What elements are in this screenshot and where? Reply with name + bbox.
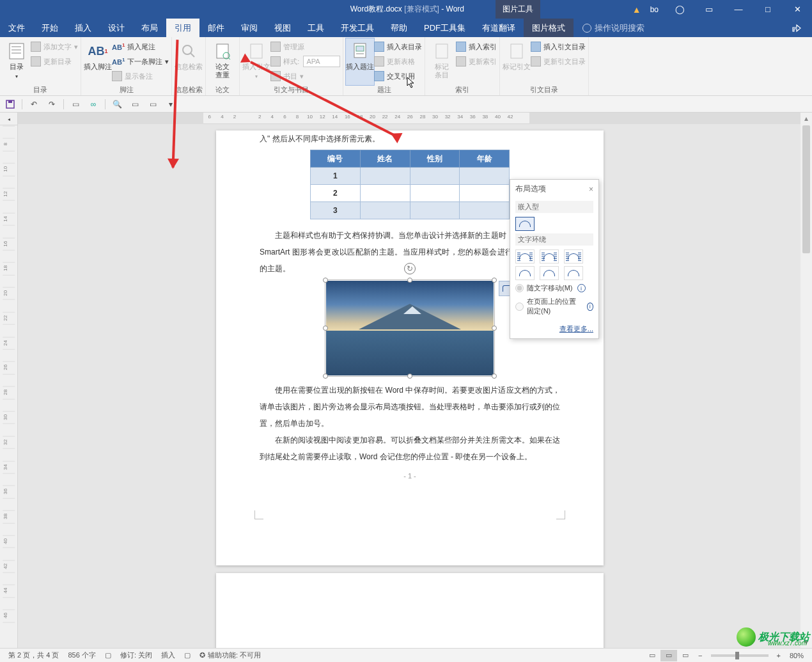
- wrap-topbottom-icon[interactable]: [515, 266, 535, 280]
- show-notes-icon: [112, 71, 122, 81]
- mark-entry-icon: [432, 41, 452, 61]
- fix-position-radio[interactable]: 在页面上的位置固定(N)i: [515, 295, 593, 318]
- section-wrap: 文字环绕: [515, 233, 593, 246]
- zoom-in-icon[interactable]: +: [772, 652, 785, 659]
- qat-icon-1[interactable]: ▭: [69, 99, 82, 110]
- insert-footnote-button[interactable]: AB1 插入脚注: [84, 38, 112, 85]
- resize-handle[interactable]: [407, 278, 412, 283]
- minimize-icon[interactable]: —: [725, 0, 752, 19]
- scroll-up-icon[interactable]: ▴: [800, 113, 812, 124]
- status-record-icon[interactable]: ▢: [180, 651, 195, 659]
- tab-layout[interactable]: 布局: [133, 19, 166, 37]
- rotate-handle[interactable]: [404, 263, 416, 274]
- insert-table-of-figures-button[interactable]: 插入表目录: [374, 40, 422, 53]
- close-icon[interactable]: ✕: [784, 0, 811, 19]
- resize-handle[interactable]: [492, 374, 497, 379]
- tab-picture-format[interactable]: 图片格式: [524, 19, 574, 37]
- insert-endnote-button[interactable]: AB1插入尾注: [112, 40, 169, 53]
- zoom-slider[interactable]: [711, 654, 769, 657]
- maximize-icon[interactable]: □: [754, 0, 781, 19]
- svg-rect-6: [217, 44, 228, 58]
- info-icon[interactable]: i: [587, 303, 593, 311]
- resize-handle[interactable]: [492, 278, 497, 283]
- qat-icon-2[interactable]: ∞: [87, 99, 100, 110]
- wrap-front-icon[interactable]: [564, 266, 583, 280]
- wrap-square-icon[interactable]: [515, 249, 535, 264]
- qat-icon-4[interactable]: ▭: [146, 99, 159, 110]
- selected-image[interactable]: [326, 281, 494, 375]
- popover-close-icon[interactable]: ×: [589, 185, 593, 194]
- tab-mailings[interactable]: 邮件: [199, 19, 233, 37]
- tab-view[interactable]: 视图: [266, 19, 299, 37]
- status-page[interactable]: 第 2 页，共 4 页: [4, 650, 63, 660]
- see-more-link[interactable]: 查看更多...: [510, 321, 598, 338]
- tab-home[interactable]: 开始: [33, 19, 66, 37]
- document-area[interactable]: 6422468101214161820222426283032343638404…: [18, 113, 812, 648]
- insert-caption-button[interactable]: 插入题注: [346, 38, 374, 85]
- next-footnote-button[interactable]: AB1下一条脚注 ▾: [112, 55, 169, 68]
- status-words[interactable]: 856 个字: [63, 650, 100, 660]
- research-button: 信息检索: [175, 38, 203, 85]
- tab-help[interactable]: 帮助: [382, 19, 416, 37]
- insert-authorities-button[interactable]: 插入引文目录: [531, 40, 586, 53]
- resize-handle[interactable]: [492, 326, 497, 331]
- status-a11y[interactable]: ✪ 辅助功能: 不可用: [195, 650, 265, 660]
- undo-icon[interactable]: ↶: [27, 99, 40, 110]
- status-lang-icon[interactable]: ▢: [100, 651, 116, 659]
- paper-check-button[interactable]: 论文 查重: [208, 38, 237, 85]
- resize-handle[interactable]: [323, 326, 328, 331]
- th-2: 性别: [410, 150, 460, 168]
- user-name[interactable]: bo: [645, 5, 664, 14]
- save-icon[interactable]: [4, 99, 17, 110]
- zoom-out-icon[interactable]: −: [694, 652, 707, 659]
- tab-youdao[interactable]: 有道翻译: [474, 19, 524, 37]
- status-track[interactable]: 修订: 关闭: [116, 650, 157, 660]
- print-preview-icon[interactable]: 🔍: [111, 99, 123, 110]
- redo-icon[interactable]: ↷: [45, 99, 58, 110]
- vertical-ruler[interactable]: ◂ 81012141618202224262830323436384042444…: [0, 113, 18, 648]
- update-table-button: 更新表格: [374, 55, 422, 68]
- wrap-tight-icon[interactable]: [540, 249, 559, 264]
- vertical-scrollbar[interactable]: ▴ ▾: [800, 113, 812, 648]
- ribbon-display-icon[interactable]: ▭: [696, 0, 722, 19]
- svg-rect-13: [436, 44, 448, 58]
- doc-text-intro: 入" 然后从不同库中选择所需元素。: [260, 130, 560, 147]
- info-icon[interactable]: i: [577, 284, 586, 292]
- status-mode[interactable]: 插入: [157, 650, 180, 660]
- insert-index-button[interactable]: 插入索引: [456, 40, 497, 53]
- view-print-icon[interactable]: ▭: [660, 650, 677, 661]
- tell-me-search[interactable]: 操作说明搜索: [574, 19, 644, 37]
- group-citation: 引文与书目: [242, 85, 340, 95]
- add-text-icon: [31, 42, 41, 52]
- tab-references[interactable]: 引用: [166, 19, 199, 37]
- wrap-inline-icon[interactable]: [515, 217, 535, 231]
- tab-pdf[interactable]: PDF工具集: [416, 19, 474, 37]
- resize-handle[interactable]: [323, 374, 328, 379]
- scrollbar-thumb[interactable]: [802, 125, 810, 253]
- tab-file[interactable]: 文件: [0, 19, 33, 37]
- resize-handle[interactable]: [407, 374, 412, 379]
- qat-icon-3[interactable]: ▭: [129, 99, 141, 110]
- view-read-icon[interactable]: ▭: [644, 650, 660, 661]
- tab-review[interactable]: 审阅: [233, 19, 266, 37]
- view-web-icon[interactable]: ▭: [677, 650, 694, 661]
- tab-insert[interactable]: 插入: [66, 19, 100, 37]
- toc-button[interactable]: 目录▾: [3, 38, 31, 85]
- add-text-button[interactable]: 添加文字 ▾: [31, 40, 78, 53]
- resize-handle[interactable]: [323, 278, 328, 283]
- share-button[interactable]: [792, 19, 812, 37]
- zoom-level[interactable]: 80%: [785, 652, 808, 659]
- horizontal-ruler[interactable]: 6422468101214161820222426283032343638404…: [18, 113, 812, 124]
- wrap-through-icon[interactable]: [564, 249, 583, 264]
- tab-tools[interactable]: 工具: [299, 19, 332, 37]
- tab-developer[interactable]: 开发工具: [332, 19, 382, 37]
- user-avatar-icon[interactable]: ◯: [666, 0, 693, 19]
- warning-icon: ▲: [632, 4, 643, 15]
- move-with-text-radio[interactable]: 随文字移动(M)i: [515, 281, 593, 295]
- statusbar: 第 2 页，共 4 页 856 个字 ▢ 修订: 关闭 插入 ▢ ✪ 辅助功能:…: [0, 648, 812, 662]
- wrap-behind-icon[interactable]: [540, 266, 559, 280]
- svg-point-4: [183, 45, 192, 54]
- tab-design[interactable]: 设计: [100, 19, 133, 37]
- ribbon: 目录▾ 添加文字 ▾ 更新目录 目录 AB1 插入脚注 AB1插入尾注 AB1下…: [0, 37, 812, 96]
- group-footnotes: 脚注: [84, 85, 169, 95]
